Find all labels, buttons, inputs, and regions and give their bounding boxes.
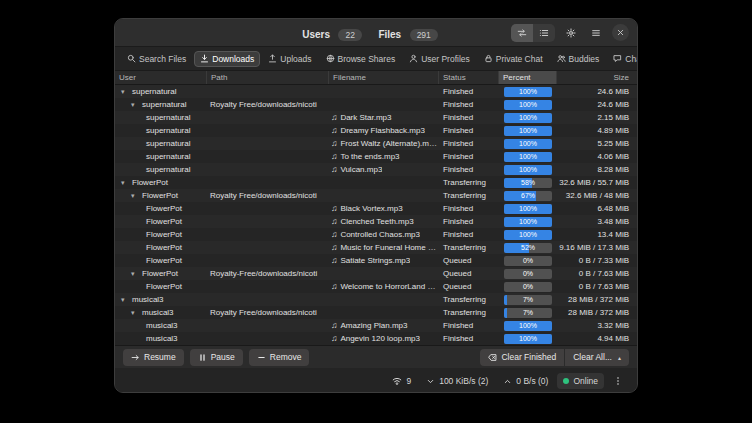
tab-downloads[interactable]: Downloads bbox=[194, 51, 260, 67]
clear-all-button[interactable]: Clear All... ▴ bbox=[565, 349, 629, 366]
tab-uploads[interactable]: Uploads bbox=[262, 51, 317, 67]
expander-icon[interactable]: ▾ bbox=[131, 101, 139, 108]
remove-label: Remove bbox=[270, 352, 302, 362]
tab-user-profiles[interactable]: User Profiles bbox=[403, 51, 476, 67]
expander-icon[interactable]: ▾ bbox=[121, 179, 129, 186]
table-row[interactable]: FlowerPot♫Welcome to HorrorLand - hi.mp3… bbox=[115, 280, 637, 293]
tab-buddies[interactable]: Buddies bbox=[551, 51, 606, 67]
column-header-status[interactable]: Status bbox=[439, 71, 499, 84]
column-header-filename[interactable]: Filename bbox=[329, 71, 439, 84]
expander-icon[interactable]: ▾ bbox=[131, 270, 139, 277]
percent-label: 100% bbox=[504, 100, 552, 110]
status-cell: Finished bbox=[439, 218, 499, 226]
download-rate-indicator[interactable]: 100 KiB/s (2) bbox=[420, 373, 494, 389]
progress-bar: 100% bbox=[504, 152, 552, 162]
status-cell: Finished bbox=[439, 127, 499, 135]
tab-search-files[interactable]: Search Files bbox=[121, 51, 192, 67]
table-row[interactable]: ▾FlowerPotRoyalty-Free/downloads/nicotiQ… bbox=[115, 267, 637, 280]
percent-label: 67% bbox=[504, 191, 552, 201]
column-header-size[interactable]: Size bbox=[557, 71, 637, 84]
table-row[interactable]: supernatural♫Frost Waltz (Alternate).mp3… bbox=[115, 137, 637, 150]
tab-private-chat[interactable]: Private Chat bbox=[478, 51, 549, 67]
lock-icon bbox=[484, 54, 493, 63]
expander-icon[interactable]: ▾ bbox=[131, 309, 139, 316]
transfers-view-toggle[interactable] bbox=[511, 24, 533, 42]
user-cell: FlowerPot bbox=[146, 257, 182, 265]
table-row[interactable]: musical3♫Amazing Plan.mp3Finished100%3.3… bbox=[115, 319, 637, 332]
status-menu-button[interactable] bbox=[607, 373, 629, 389]
column-header-user[interactable]: User bbox=[115, 71, 207, 84]
expander-icon[interactable]: ▾ bbox=[121, 296, 129, 303]
progress-bar: 100% bbox=[504, 230, 552, 240]
path-cell: Royalty-Free/downloads/nicoti bbox=[207, 270, 329, 278]
table-row[interactable]: musical3♫Angevin 120 loop.mp3Finished100… bbox=[115, 332, 637, 345]
chat-icon bbox=[613, 54, 622, 63]
table-row[interactable]: FlowerPot♫Controlled Chaos.mp3Finished10… bbox=[115, 228, 637, 241]
expander-icon[interactable]: ▾ bbox=[131, 192, 139, 199]
table-row[interactable]: ▾supernaturalRoyalty Free/downloads/nico… bbox=[115, 98, 637, 111]
tab-bar: Search FilesDownloadsUploadsBrowse Share… bbox=[115, 47, 637, 71]
status-cell: Finished bbox=[439, 101, 499, 109]
table-row[interactable]: ▾musical3Royalty Free/downloads/nicotiTr… bbox=[115, 306, 637, 319]
size-cell: 24.6 MiB bbox=[557, 88, 637, 96]
upload-rate-indicator[interactable]: 0 B/s (0) bbox=[497, 373, 554, 389]
filename-cell: Amazing Plan.mp3 bbox=[340, 322, 407, 330]
user-cell: supernatural bbox=[142, 101, 186, 109]
progress-bar: 100% bbox=[504, 139, 552, 149]
status-cell: Transferring bbox=[439, 192, 499, 200]
filename-cell: Satiate Strings.mp3 bbox=[340, 257, 410, 265]
table-row[interactable]: supernatural♫Dreamy Flashback.mp3Finishe… bbox=[115, 124, 637, 137]
size-cell: 9.16 MiB / 17.3 MiB bbox=[557, 244, 637, 252]
table-row[interactable]: FlowerPot♫Satiate Strings.mp3Queued0%0 B… bbox=[115, 254, 637, 267]
remove-button[interactable]: Remove bbox=[249, 349, 310, 366]
size-cell: 28 MiB / 372 MiB bbox=[557, 296, 637, 304]
user-icon bbox=[409, 54, 418, 63]
table-row[interactable]: ▾supernaturalFinished100%24.6 MiB bbox=[115, 85, 637, 98]
user-cell: musical3 bbox=[146, 335, 178, 343]
percent-label: 52% bbox=[504, 243, 552, 253]
column-header-path[interactable]: Path bbox=[207, 71, 329, 84]
percent-label: 7% bbox=[504, 295, 552, 305]
online-status-button[interactable]: Online bbox=[557, 373, 604, 389]
list-view-icon bbox=[539, 28, 549, 38]
user-cell: supernatural bbox=[146, 140, 190, 148]
table-row[interactable]: FlowerPot♫Clenched Teeth.mp3Finished100%… bbox=[115, 215, 637, 228]
preferences-button[interactable] bbox=[562, 24, 580, 42]
clear-finished-button[interactable]: Clear Finished bbox=[480, 349, 564, 366]
percent-label: 100% bbox=[504, 334, 552, 344]
list-view-toggle[interactable] bbox=[533, 24, 555, 42]
gear-icon bbox=[566, 28, 576, 38]
music-note-icon: ♫ bbox=[331, 230, 337, 239]
progress-bar: 100% bbox=[504, 113, 552, 123]
tab-browse-shares[interactable]: Browse Shares bbox=[320, 51, 402, 67]
tab-chat-rooms[interactable]: Chat Rooms bbox=[607, 51, 638, 67]
table-row[interactable]: supernatural♫To the ends.mp3Finished100%… bbox=[115, 150, 637, 163]
close-button[interactable] bbox=[612, 24, 629, 41]
percent-label: 58% bbox=[504, 178, 552, 188]
table-row[interactable]: supernatural♫Vulcan.mp3Finished100%8.28 … bbox=[115, 163, 637, 176]
connections-indicator[interactable]: 9 bbox=[386, 373, 417, 389]
upload-rate: 0 B/s (0) bbox=[516, 376, 548, 386]
pause-label: Pause bbox=[211, 352, 235, 362]
pause-icon bbox=[198, 353, 207, 362]
pause-button[interactable]: Pause bbox=[190, 349, 243, 366]
percent-label: 100% bbox=[504, 230, 552, 240]
user-cell: musical3 bbox=[142, 309, 174, 317]
header-stats: Users 22 Files 291 bbox=[302, 24, 450, 42]
tab-label: Chat Rooms bbox=[625, 54, 638, 64]
table-row[interactable]: ▾FlowerPotTransferring58%32.6 MiB / 55.7… bbox=[115, 176, 637, 189]
status-cell: Queued bbox=[439, 257, 499, 265]
table-row[interactable]: ▾musical3Transferring7%28 MiB / 372 MiB bbox=[115, 293, 637, 306]
table-row[interactable]: FlowerPot♫Black Vortex.mp3Finished100%6.… bbox=[115, 202, 637, 215]
table-row[interactable]: ▾FlowerPotRoyalty Free/downloads/nicotiT… bbox=[115, 189, 637, 202]
tab-label: Private Chat bbox=[496, 54, 543, 64]
table-row[interactable]: supernatural♫Dark Star.mp3Finished100%2.… bbox=[115, 111, 637, 124]
online-dot-icon bbox=[563, 378, 569, 384]
music-note-icon: ♫ bbox=[331, 243, 337, 252]
expander-icon[interactable]: ▾ bbox=[121, 88, 129, 95]
table-row[interactable]: FlowerPot♫Music for Funeral Home - PartT… bbox=[115, 241, 637, 254]
status-cell: Finished bbox=[439, 231, 499, 239]
resume-button[interactable]: Resume bbox=[123, 349, 184, 366]
main-menu-button[interactable] bbox=[587, 24, 605, 42]
column-header-percent[interactable]: Percent bbox=[499, 71, 557, 84]
